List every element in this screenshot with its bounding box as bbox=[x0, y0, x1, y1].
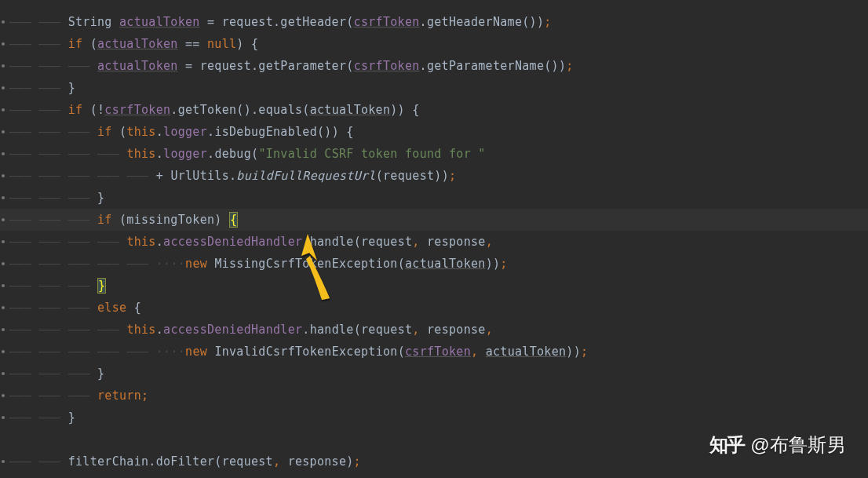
code-token: if bbox=[97, 213, 112, 227]
whitespace-tab-marker: ——— bbox=[97, 323, 119, 337]
code-token: (missingToken) bbox=[112, 213, 229, 227]
code-token: actualToken bbox=[486, 345, 567, 359]
change-marker-dot bbox=[2, 262, 5, 265]
gutter bbox=[0, 55, 6, 77]
whitespace-tab-marker: ——— bbox=[9, 410, 31, 425]
code-token: .getParameterName()) bbox=[420, 59, 567, 73]
code-token: if bbox=[68, 37, 83, 51]
code-line[interactable]: ——— ——— ——— } bbox=[0, 187, 868, 209]
code-token: response bbox=[420, 235, 486, 249]
code-content: ——— ——— ——— else { bbox=[6, 297, 141, 319]
code-token: .getToken().equals( bbox=[170, 103, 309, 117]
code-line[interactable]: ——— ——— } bbox=[0, 407, 868, 429]
code-token: } bbox=[97, 278, 106, 294]
code-line[interactable]: ——— ——— ——— ——— ——— + UrlUtils.buildFull… bbox=[0, 165, 868, 187]
whitespace-tab-marker: ——— bbox=[68, 235, 90, 249]
code-token: "Invalid CSRF token found for " bbox=[258, 147, 485, 161]
code-line[interactable]: ——— ——— ——— ——— ——— ····new MissingCsrfT… bbox=[0, 253, 868, 275]
whitespace-tab-marker: ——— bbox=[9, 367, 31, 381]
code-token: csrfToken bbox=[354, 15, 420, 29]
code-token: actualToken bbox=[405, 257, 486, 271]
whitespace-tab-marker: ——— bbox=[9, 59, 31, 73]
code-token: , bbox=[273, 454, 280, 469]
code-line[interactable]: ——— ——— ——— actualToken = request.getPar… bbox=[0, 55, 868, 77]
whitespace-tab-marker: ——— bbox=[9, 301, 31, 315]
whitespace-tab-marker: ——— bbox=[38, 37, 60, 51]
code-line[interactable]: ——— ——— ——— if (missingToken) { bbox=[0, 209, 868, 231]
code-content: ——— ——— ——— ——— this.accessDeniedHandler… bbox=[6, 231, 493, 253]
code-token: accessDeniedHandler bbox=[163, 323, 302, 337]
whitespace-tab-marker: ——— bbox=[38, 389, 60, 403]
code-token: return; bbox=[97, 389, 148, 403]
change-marker-dot bbox=[2, 218, 5, 221]
code-token: )) { bbox=[390, 103, 419, 117]
code-token: else bbox=[97, 301, 126, 315]
gutter bbox=[0, 33, 6, 55]
code-token: csrfToken bbox=[405, 345, 471, 359]
code-line[interactable]: ——— ——— if (!csrfToken.getToken().equals… bbox=[0, 99, 868, 121]
gutter bbox=[0, 341, 6, 363]
code-line[interactable]: ——— ——— ——— ——— this.logger.debug("Inval… bbox=[0, 143, 868, 165]
code-token: actualToken bbox=[119, 15, 200, 29]
whitespace-tab-marker: ——— bbox=[68, 301, 90, 315]
code-line[interactable]: ——— ——— ——— if (this.logger.isDebugEnabl… bbox=[0, 121, 868, 143]
code-content: ——— ——— ——— ——— ——— ····new MissingCsrfT… bbox=[6, 253, 508, 275]
code-line[interactable]: ——— ——— ——— } bbox=[0, 275, 868, 297]
whitespace-tab-marker: ——— bbox=[9, 169, 31, 183]
code-line[interactable]: ——— ——— ——— ——— ——— ····new InvalidCsrfT… bbox=[0, 341, 868, 363]
code-line[interactable]: ——— ——— if (actualToken == null) { bbox=[0, 33, 868, 55]
code-line[interactable]: ——— ——— String actualToken = request.get… bbox=[0, 11, 868, 33]
code-line[interactable]: ——— ——— ——— else { bbox=[0, 297, 868, 319]
change-marker-dot bbox=[2, 152, 5, 155]
whitespace-tab-marker: ——— bbox=[38, 257, 60, 271]
whitespace-tab-marker: ——— bbox=[9, 345, 31, 359]
code-token: (request)) bbox=[376, 169, 449, 183]
whitespace-tab-marker: ——— bbox=[126, 169, 148, 183]
code-token: { bbox=[126, 301, 141, 315]
whitespace-tab-marker: ——— bbox=[97, 169, 119, 183]
whitespace-tab-marker: ——— bbox=[126, 257, 148, 271]
code-content: ——— ——— ——— } bbox=[6, 275, 106, 297]
gutter bbox=[0, 143, 6, 165]
whitespace-tab-marker: ——— bbox=[38, 367, 60, 381]
code-line[interactable]: ——— ——— ——— } bbox=[0, 363, 868, 385]
whitespace-tab-marker: ——— bbox=[38, 103, 60, 117]
whitespace-space-marker: ···· bbox=[156, 257, 185, 271]
code-token: )) bbox=[486, 257, 501, 271]
code-token: + UrlUtils. bbox=[156, 169, 237, 183]
code-token: ; bbox=[354, 454, 361, 469]
code-token: = request.getHeader( bbox=[200, 15, 354, 29]
whitespace-tab-marker: ——— bbox=[38, 81, 60, 95]
code-token: .debug( bbox=[207, 147, 258, 161]
change-marker-dot bbox=[2, 328, 5, 331]
code-token: ; bbox=[500, 257, 507, 271]
code-token: ; bbox=[566, 59, 573, 73]
code-content: ——— ——— ——— } bbox=[6, 187, 104, 209]
change-marker-dot bbox=[2, 108, 5, 111]
code-line[interactable]: ——— ——— ——— ——— this.accessDeniedHandler… bbox=[0, 319, 868, 341]
code-content: ——— ——— ——— ——— ——— ····new InvalidCsrfT… bbox=[6, 341, 588, 363]
code-line[interactable]: ——— ——— } bbox=[0, 77, 868, 99]
code-token: logger bbox=[163, 147, 207, 161]
code-token: if bbox=[97, 125, 112, 139]
whitespace-tab-marker: ——— bbox=[68, 389, 90, 403]
code-line[interactable]: ——— ——— ——— ——— this.accessDeniedHandler… bbox=[0, 231, 868, 253]
code-token: ) { bbox=[236, 37, 258, 51]
whitespace-tab-marker: ——— bbox=[97, 147, 119, 161]
code-line[interactable]: ——— ——— ——— return; bbox=[0, 385, 868, 407]
code-content: ——— ——— ——— if (this.logger.isDebugEnabl… bbox=[6, 121, 354, 143]
code-token: } bbox=[68, 410, 75, 425]
code-token: this bbox=[126, 147, 155, 161]
whitespace-tab-marker: ——— bbox=[68, 257, 90, 271]
whitespace-tab-marker: ——— bbox=[38, 147, 60, 161]
code-editor[interactable]: ——— ——— String actualToken = request.get… bbox=[0, 0, 868, 473]
whitespace-tab-marker: ——— bbox=[68, 191, 90, 205]
whitespace-tab-marker: ——— bbox=[68, 279, 90, 293]
gutter bbox=[0, 231, 6, 253]
code-token: null bbox=[207, 37, 236, 51]
code-content: ——— ——— filterChain.doFilter(request, re… bbox=[6, 451, 361, 473]
code-token: new bbox=[185, 345, 207, 359]
code-token: filterChain.doFilter(request bbox=[68, 454, 273, 469]
whitespace-tab-marker: ——— bbox=[38, 301, 60, 315]
whitespace-tab-marker: ——— bbox=[9, 103, 31, 117]
